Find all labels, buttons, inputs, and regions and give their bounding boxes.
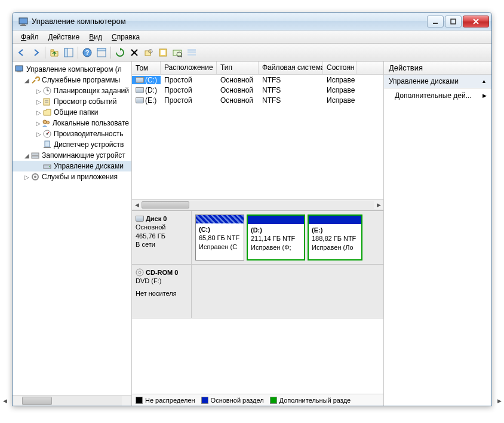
disk-0-map: (C:) 65,80 ГБ NTF Исправен (С (D:) 211,1…: [192, 211, 383, 264]
collapse-icon[interactable]: ◢: [23, 152, 30, 159]
tree-hscrollbar[interactable]: ◀ ▶: [13, 395, 131, 406]
volume-row[interactable]: (E:)ПростойОсновнойNTFSИсправе: [132, 95, 383, 105]
perf-icon: [42, 129, 52, 139]
legend: Не распределен Основной раздел Дополните…: [132, 394, 383, 406]
tree-performance-label: Производительность: [54, 130, 123, 138]
tree-panel: Управление компьютером (л ◢ Служебные пр…: [13, 62, 132, 406]
legend-ext-swatch: [270, 397, 277, 404]
svg-rect-24: [188, 54, 196, 56]
volume-row[interactable]: (C:)ПростойОсновнойNTFSИсправе: [132, 75, 383, 85]
partition-e[interactable]: (E:) 188,82 ГБ NTF Исправен (Ло: [308, 214, 362, 260]
expand-icon[interactable]: ▷: [35, 88, 42, 94]
partition-e-bar: [309, 216, 361, 224]
action-icon[interactable]: [156, 46, 170, 59]
refresh-button[interactable]: [113, 46, 127, 59]
drive-icon: [136, 77, 144, 83]
expand-icon[interactable]: ▷: [35, 109, 42, 116]
tree-system-tools-label: Служебные программы: [42, 76, 120, 84]
disk-graphical-view: Диск 0 Основной 465,76 ГБ В сети (C:) 65…: [132, 211, 383, 406]
expand-icon[interactable]: ▷: [35, 99, 42, 105]
app-icon: [19, 17, 28, 26]
minimize-button[interactable]: [427, 16, 444, 27]
col-filesystem[interactable]: Файловая система: [259, 62, 323, 74]
drive-icon: [136, 87, 144, 93]
submenu-arrow-icon: ▶: [483, 93, 487, 99]
tree-performance[interactable]: ▷ Производительность: [13, 128, 131, 139]
window-title: Управление компьютером: [32, 17, 427, 26]
tree-disk-management[interactable]: ▷ Управление дисками: [13, 161, 131, 171]
svg-rect-26: [17, 71, 21, 72]
svg-rect-40: [32, 156, 39, 158]
svg-rect-0: [19, 18, 27, 24]
actions-section[interactable]: Управление дисками ▲: [384, 75, 491, 88]
menu-help[interactable]: Справка: [107, 32, 145, 42]
titlebar[interactable]: Управление компьютером: [13, 13, 491, 30]
col-state[interactable]: Состоян: [323, 62, 357, 74]
tree-services-label: Службы и приложения: [42, 173, 118, 181]
svg-point-42: [49, 166, 50, 167]
tree-shared-folders-label: Общие папки: [54, 108, 98, 117]
settings-icon[interactable]: [142, 46, 155, 59]
cdrom-icon: [136, 268, 144, 277]
view-icon[interactable]: [171, 46, 184, 59]
maximize-button[interactable]: [445, 16, 462, 27]
collapse-icon[interactable]: ◢: [23, 77, 30, 84]
delete-icon[interactable]: [128, 46, 141, 59]
tree-shared-folders[interactable]: ▷ Общие папки: [13, 107, 131, 118]
cdrom-0-row[interactable]: CD-ROM 0 DVD (F:) Нет носителя: [132, 265, 383, 318]
tree-disk-management-label: Управление дисками: [54, 162, 124, 170]
expand-icon[interactable]: ▷: [23, 174, 30, 180]
show-hide-tree-button[interactable]: [62, 46, 75, 59]
content-area: Управление компьютером (л ◢ Служебные пр…: [13, 62, 491, 406]
event-icon: [42, 97, 52, 106]
menu-view[interactable]: Вид: [84, 32, 107, 42]
tree-event-viewer[interactable]: ▷ Просмотр событий: [13, 96, 131, 107]
tree-system-tools[interactable]: ◢ Служебные программы: [13, 75, 131, 85]
close-button[interactable]: [463, 16, 489, 27]
col-layout[interactable]: Расположение: [161, 62, 217, 74]
tree-body[interactable]: Управление компьютером (л ◢ Служебные пр…: [13, 62, 131, 395]
tree-device-manager[interactable]: ▷ Диспетчер устройств: [13, 139, 131, 150]
help-button[interactable]: ?: [81, 46, 94, 59]
svg-line-21: [181, 56, 182, 57]
col-volume[interactable]: Том: [132, 62, 161, 74]
list-icon[interactable]: [185, 46, 198, 59]
menu-file[interactable]: Файл: [16, 32, 44, 42]
col-type[interactable]: Тип: [217, 62, 259, 74]
actions-section-label: Управление дисками: [389, 77, 459, 85]
expand-icon[interactable]: ▷: [35, 131, 42, 137]
drive-icon: [136, 97, 144, 103]
actions-more[interactable]: Дополнительные дей... ▶: [384, 88, 491, 103]
tools-icon: [30, 75, 40, 85]
volume-list-hscrollbar[interactable]: ◀ ▶: [132, 199, 383, 210]
tree-local-users[interactable]: ▷ Локальные пользовате: [13, 118, 131, 128]
tree-device-manager-label: Диспетчер устройств: [54, 140, 124, 149]
volume-list[interactable]: Том Расположение Тип Файловая система Со…: [132, 62, 383, 211]
tree-storage[interactable]: ◢ Запоминающие устройст: [13, 150, 131, 161]
volume-row[interactable]: (D:)ПростойОсновнойNTFSИсправе: [132, 85, 383, 95]
svg-point-33: [43, 120, 47, 124]
tree-task-scheduler[interactable]: ▷ Планировщик заданий: [13, 85, 131, 96]
partition-d-bar: [248, 216, 304, 224]
partition-d[interactable]: (D:) 211,14 ГБ NTF Исправен (Ф;: [247, 214, 305, 260]
properties-button[interactable]: [95, 46, 108, 59]
app-window: Управление компьютером Файл Действие Вид…: [12, 12, 492, 406]
volume-list-header[interactable]: Том Расположение Тип Файловая система Со…: [132, 62, 383, 75]
up-button[interactable]: [48, 46, 61, 59]
partition-c[interactable]: (C:) 65,80 ГБ NTF Исправен (С: [195, 214, 244, 260]
expand-icon[interactable]: ▷: [35, 120, 41, 127]
services-icon: [30, 172, 40, 182]
actions-panel: Действия Управление дисками ▲ Дополнител…: [384, 62, 491, 406]
tree-root[interactable]: Управление компьютером (л: [13, 64, 131, 75]
cdrom-0-map: [192, 265, 383, 318]
back-button[interactable]: [15, 46, 28, 59]
svg-text:?: ?: [85, 49, 90, 56]
disk-0-row[interactable]: Диск 0 Основной 465,76 ГБ В сети (C:) 65…: [132, 211, 383, 265]
svg-rect-23: [188, 51, 196, 53]
svg-rect-2: [20, 25, 26, 26]
legend-unalloc-label: Не распределен: [145, 397, 195, 404]
disk-0-info: Диск 0 Основной 465,76 ГБ В сети: [132, 211, 192, 264]
tree-services[interactable]: ▷ Службы и приложения: [13, 171, 131, 182]
forward-button[interactable]: [29, 46, 42, 59]
menu-action[interactable]: Действие: [44, 32, 85, 42]
